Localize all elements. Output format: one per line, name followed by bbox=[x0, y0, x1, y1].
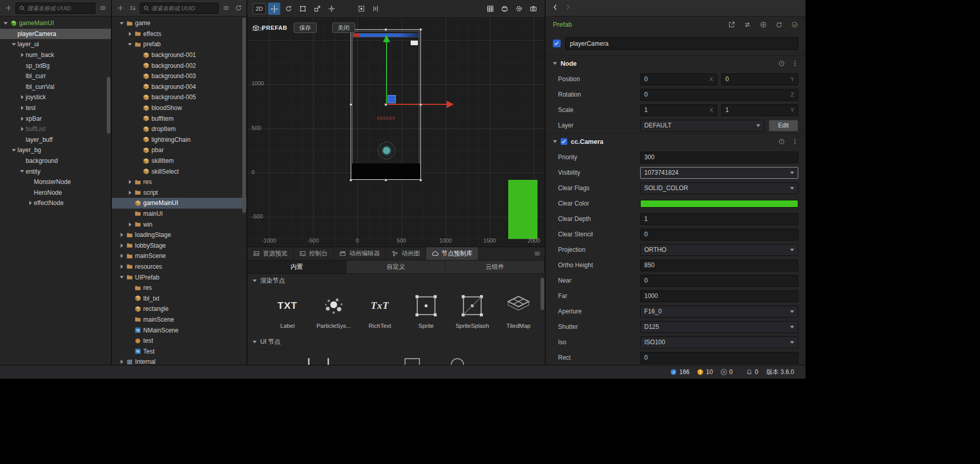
asset-item-mainScene[interactable]: mainScene bbox=[112, 314, 246, 325]
snap-settings-icon[interactable] bbox=[355, 3, 368, 15]
position-x-field[interactable]: 0X bbox=[640, 73, 717, 85]
expand-arrow-icon[interactable] bbox=[18, 127, 26, 131]
asset-item-gameMainUI[interactable]: gameMainUI bbox=[112, 198, 246, 209]
asset-item-rectangle[interactable]: rectangle bbox=[112, 304, 246, 314]
hierarchy-node-buffList[interactable]: buffList bbox=[0, 124, 111, 135]
bottom-tab-动画编辑器[interactable]: 动画编辑器 bbox=[334, 247, 386, 260]
clear-color-color-field[interactable] bbox=[640, 200, 798, 208]
selection-handle[interactable] bbox=[350, 103, 352, 106]
hierarchy-search-input[interactable] bbox=[27, 5, 92, 11]
locate-prefab-icon[interactable] bbox=[760, 21, 767, 28]
shutter-select[interactable]: D125 bbox=[640, 321, 798, 333]
apply-prefab-icon[interactable] bbox=[791, 21, 798, 28]
component-item-ParticleSys...[interactable]: ParticleSys... bbox=[311, 292, 356, 329]
hierarchy-scrollbar[interactable] bbox=[107, 77, 110, 134]
hierarchy-node-playerCamera[interactable]: playerCamera bbox=[0, 29, 111, 40]
collapse-arrow-icon[interactable] bbox=[126, 43, 133, 46]
help-icon[interactable]: ? bbox=[778, 138, 785, 145]
gizmo-xy-plane-handle[interactable] bbox=[388, 95, 396, 103]
far-field[interactable]: 1000 bbox=[640, 290, 798, 302]
asset-item-effects[interactable]: effects bbox=[112, 29, 246, 40]
asset-item-skillItem[interactable]: skillItem bbox=[112, 156, 246, 166]
asset-item-res[interactable]: res bbox=[112, 177, 246, 188]
hierarchy-node-layer_bg[interactable]: layer_bg bbox=[0, 145, 111, 156]
hierarchy-node-background[interactable]: background bbox=[0, 156, 111, 166]
bottom-tab-资源预览[interactable]: 资源预览 bbox=[247, 247, 294, 260]
expand-arrow-icon[interactable] bbox=[126, 32, 133, 36]
component-item-SpriteSplash[interactable]: SpriteSplash bbox=[450, 292, 495, 329]
selection-handle[interactable] bbox=[419, 103, 422, 106]
ui-nodes-section-header[interactable]: UI 节点 bbox=[247, 335, 545, 349]
asset-item-win[interactable]: win bbox=[112, 219, 246, 230]
open-prefab-asset-icon[interactable] bbox=[728, 21, 735, 28]
hierarchy-node-lbl_curr[interactable]: lbl_curr bbox=[0, 71, 111, 82]
expand-arrow-icon[interactable] bbox=[118, 244, 125, 248]
gizmo-y-axis[interactable] bbox=[386, 42, 387, 104]
asset-item-lightningChain[interactable]: lightningChain bbox=[112, 135, 246, 145]
component-item-Label[interactable]: TXTLabel bbox=[265, 292, 310, 329]
gizmo-y-arrowhead[interactable] bbox=[383, 35, 390, 42]
dots-icon[interactable] bbox=[792, 60, 798, 67]
asset-item-bloodShow[interactable]: bloodShow bbox=[112, 103, 246, 114]
bottom-tab-控制台[interactable]: 控制台 bbox=[294, 247, 334, 260]
hierarchy-node-test[interactable]: test bbox=[0, 103, 111, 114]
notification-counter[interactable]: 0 bbox=[746, 368, 758, 376]
rect-tool-icon[interactable] bbox=[297, 3, 309, 15]
hierarchy-node-lbl_currVal[interactable]: lbl_currVal bbox=[0, 82, 111, 92]
collapse-arrow-icon[interactable] bbox=[10, 43, 17, 46]
library-subtab-自定义[interactable]: 自定义 bbox=[347, 261, 446, 273]
expand-arrow-icon[interactable] bbox=[18, 53, 26, 57]
section-header-cc-camera[interactable]: cc.Camera? bbox=[546, 133, 805, 150]
scene-view[interactable]: PREFAB 保存 关闭 888888 150010005000-500-100… bbox=[247, 18, 545, 247]
selection-handle[interactable] bbox=[350, 179, 352, 181]
hierarchy-searchbox[interactable] bbox=[15, 3, 95, 14]
expand-arrow-icon[interactable] bbox=[118, 360, 125, 364]
layer-select[interactable]: DEFAULT bbox=[640, 120, 764, 132]
assets-search-input[interactable] bbox=[151, 5, 215, 11]
hierarchy-menu-icon[interactable] bbox=[98, 3, 108, 13]
asset-item-skillSelect[interactable]: skillSelect bbox=[112, 166, 246, 177]
expand-arrow-icon[interactable] bbox=[126, 191, 133, 195]
console-info-counter[interactable]: i 166 bbox=[670, 368, 689, 376]
selection-handle[interactable] bbox=[385, 103, 387, 106]
collapse-arrow-icon[interactable] bbox=[10, 149, 17, 152]
bottom-panel-scrollbar[interactable] bbox=[541, 278, 544, 310]
component-item-TiledMap[interactable]: TiledMap bbox=[496, 292, 541, 329]
collapse-arrow-icon[interactable] bbox=[118, 22, 125, 25]
collapse-arrow-icon[interactable] bbox=[118, 276, 125, 279]
asset-item-UIPrefab[interactable]: UIPrefab bbox=[112, 272, 246, 283]
rotate-tool-icon[interactable] bbox=[282, 3, 295, 15]
asset-item-game[interactable]: game bbox=[112, 18, 246, 29]
rect-field[interactable]: 0 bbox=[640, 352, 798, 364]
asset-item-script[interactable]: script bbox=[112, 188, 246, 198]
priority-field[interactable]: 300 bbox=[640, 152, 798, 163]
asset-item-background-002[interactable]: background-002 bbox=[112, 60, 246, 71]
hierarchy-node-num_back[interactable]: num_back bbox=[0, 50, 111, 61]
component-enabled-checkbox[interactable] bbox=[561, 138, 567, 145]
expand-arrow-icon[interactable] bbox=[27, 201, 34, 205]
expand-arrow-icon[interactable] bbox=[118, 265, 125, 269]
library-subtab-内置[interactable]: 内置 bbox=[247, 261, 347, 273]
expand-arrow-icon[interactable] bbox=[118, 233, 125, 237]
selection-handle[interactable] bbox=[385, 179, 387, 181]
hierarchy-node-xpBar[interactable]: xpBar bbox=[0, 113, 111, 124]
hierarchy-node-HeroNode[interactable]: HeroNode bbox=[0, 188, 111, 198]
dots-icon[interactable] bbox=[792, 138, 798, 145]
hierarchy-node-layer_ui[interactable]: layer_ui bbox=[0, 39, 111, 50]
rotation-field[interactable]: 0Z bbox=[640, 89, 798, 101]
asset-item-resources[interactable]: resources bbox=[112, 262, 246, 272]
bottom-tab-节点预制库[interactable]: 节点预制库 bbox=[426, 247, 478, 260]
selection-handle[interactable] bbox=[419, 179, 422, 181]
asset-item-Test[interactable]: TSTest bbox=[112, 346, 246, 357]
asset-item-Internal[interactable]: Internal bbox=[112, 357, 246, 365]
visibility-select[interactable]: 1073741824 bbox=[640, 167, 798, 179]
asset-item-mainUI[interactable]: mainUI bbox=[112, 209, 246, 219]
scale-tool-icon[interactable] bbox=[311, 3, 323, 15]
hierarchy-node-entity[interactable]: entity bbox=[0, 166, 111, 177]
hierarchy-node-layer_buff[interactable]: layer_buff bbox=[0, 135, 111, 145]
expand-arrow-icon[interactable] bbox=[118, 254, 125, 258]
aperture-select[interactable]: F16_0 bbox=[640, 306, 798, 318]
bottom-tab-动画图[interactable]: 动画图 bbox=[386, 247, 426, 260]
position-y-field[interactable]: 0Y bbox=[721, 73, 798, 85]
selection-handle[interactable] bbox=[419, 28, 422, 31]
